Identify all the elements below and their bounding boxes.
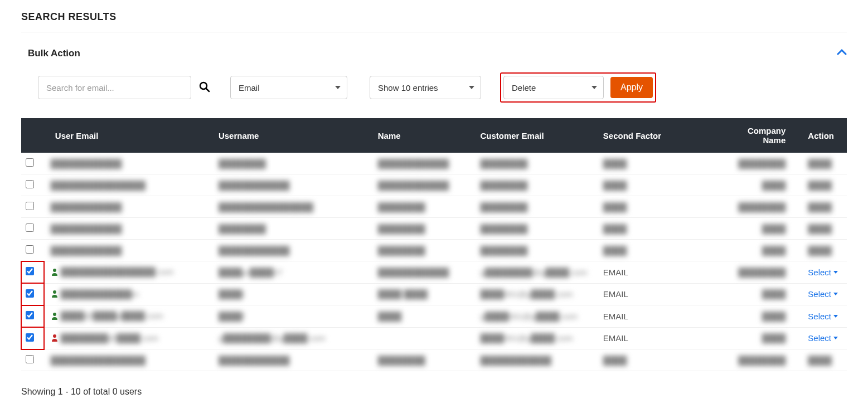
- svg-point-3: [53, 290, 56, 294]
- table-row: ████████████████████████████████████████…: [21, 240, 847, 261]
- cell-company: ████████: [721, 153, 801, 174]
- cell-second-factor: ████: [597, 218, 722, 240]
- collapse-toggle[interactable]: [837, 48, 847, 57]
- select-action-link[interactable]: Select: [808, 268, 838, 277]
- svg-point-4: [53, 313, 56, 316]
- caret-down-icon: [833, 337, 838, 339]
- cell-username: ████████████████: [212, 196, 371, 218]
- select-action-link[interactable]: Select: [808, 289, 838, 299]
- cell-company: ████: [721, 305, 801, 328]
- cell-action: ████: [801, 349, 847, 371]
- search-icon: [199, 81, 210, 93]
- cell-action: ████: [801, 153, 847, 174]
- search-input[interactable]: [38, 76, 191, 99]
- cell-name: ████████: [371, 218, 474, 240]
- cell-username: ████████████: [212, 349, 371, 371]
- cell-user-email: ████████████: [44, 218, 212, 240]
- cell-second-factor: ████: [597, 240, 722, 261]
- cell-action: Select: [801, 283, 847, 305]
- cell-second-factor: ████: [597, 349, 722, 371]
- person-icon: [51, 290, 59, 298]
- cell-second-factor: ████: [597, 153, 722, 174]
- cell-action: Select: [801, 261, 847, 284]
- person-icon: [51, 268, 59, 276]
- cell-second-factor: EMAIL: [597, 305, 722, 328]
- row-checkbox[interactable]: [26, 355, 34, 363]
- cell-username: g████████@g████.com: [212, 327, 371, 349]
- cell-customer-email: ████████: [473, 174, 596, 196]
- cell-company: ████████: [721, 349, 801, 371]
- row-checkbox[interactable]: [26, 289, 34, 298]
- select-action-link[interactable]: Select: [808, 333, 838, 343]
- row-checkbox[interactable]: [26, 333, 34, 342]
- cell-customer-email: ████001@g████.com: [473, 327, 596, 349]
- cell-company: ████: [721, 283, 801, 305]
- page-heading: SEARCH RESULTS: [21, 11, 847, 23]
- svg-line-1: [206, 89, 209, 91]
- col-customer-email: Customer Email: [473, 118, 596, 153]
- table-row: ████████████████████████████████████████…: [21, 153, 847, 174]
- cell-action: Select: [801, 327, 847, 349]
- cell-action: ████: [801, 218, 847, 240]
- col-action: Action: [801, 118, 847, 153]
- select-action-link[interactable]: Select: [808, 312, 838, 321]
- cell-username: ████████: [212, 218, 371, 240]
- search-button[interactable]: [199, 81, 210, 94]
- results-table: User Email Username Name Customer Email …: [21, 118, 847, 371]
- person-icon: [51, 312, 59, 320]
- cell-name: ████: [371, 305, 474, 328]
- row-checkbox[interactable]: [26, 180, 34, 188]
- entries-select[interactable]: Show 10 entries: [370, 76, 481, 99]
- row-checkbox[interactable]: [26, 311, 34, 319]
- cell-action: ████: [801, 240, 847, 261]
- cell-company: ████: [721, 240, 801, 261]
- cell-user-email: ████████████████: [44, 174, 212, 196]
- cell-company: ████████: [721, 196, 801, 218]
- cell-customer-email: ████████: [473, 153, 596, 174]
- svg-point-5: [53, 334, 56, 338]
- table-row: ████████████████████████████████████████…: [21, 218, 847, 240]
- cell-company: ████: [721, 327, 801, 349]
- cell-user-email: ████████████████.com: [44, 261, 212, 284]
- table-row: ████████████m████t████ ████████001@g████…: [21, 283, 847, 305]
- cell-user-email: ████████@████.com: [44, 327, 212, 349]
- table-row: ████████████████████████████████████████…: [21, 196, 847, 218]
- apply-button[interactable]: Apply: [610, 77, 653, 98]
- cell-customer-email: ████████████: [473, 349, 596, 371]
- row-checkbox[interactable]: [26, 245, 34, 254]
- col-checkbox: [21, 118, 44, 153]
- table-row: ████████@████.comg████████@g████.com████…: [21, 327, 847, 349]
- cell-name: ████████: [371, 240, 474, 261]
- row-checkbox[interactable]: [26, 267, 34, 275]
- cell-customer-email: ████████: [473, 240, 596, 261]
- cell-customer-email: g████001@g████.com: [473, 305, 596, 328]
- cell-customer-email: ████001@g████.com: [473, 283, 596, 305]
- cell-second-factor: ████: [597, 174, 722, 196]
- row-checkbox[interactable]: [26, 223, 34, 232]
- cell-customer-email: g████████@g████.com: [473, 261, 596, 284]
- cell-username: ████pr████07: [212, 261, 371, 284]
- table-row: ████████████████.com████pr████07████████…: [21, 261, 847, 284]
- cell-name: ████████████: [371, 153, 474, 174]
- table-row: ████████████████████████████████████████…: [21, 174, 847, 196]
- cell-customer-email: ████████: [473, 196, 596, 218]
- table-row: ████████████████████████████████████████…: [21, 349, 847, 371]
- cell-second-factor: EMAIL: [597, 327, 722, 349]
- filter-select[interactable]: Email: [230, 76, 347, 99]
- cell-company: ████: [721, 174, 801, 196]
- cell-name: ████████: [371, 196, 474, 218]
- col-user-email: User Email: [44, 118, 212, 153]
- bulk-action-select[interactable]: Delete: [503, 76, 604, 99]
- col-company-name: Company Name: [721, 118, 801, 153]
- col-name: Name: [371, 118, 474, 153]
- cell-name: [371, 327, 474, 349]
- caret-down-icon: [833, 271, 838, 274]
- cell-name: ████████████: [371, 174, 474, 196]
- person-icon: [51, 334, 59, 342]
- row-checkbox[interactable]: [26, 202, 34, 210]
- row-checkbox[interactable]: [26, 158, 34, 167]
- cell-company: ████: [721, 218, 801, 240]
- cell-action: ████: [801, 196, 847, 218]
- cell-action: Select: [801, 305, 847, 328]
- cell-username: ████████████: [212, 174, 371, 196]
